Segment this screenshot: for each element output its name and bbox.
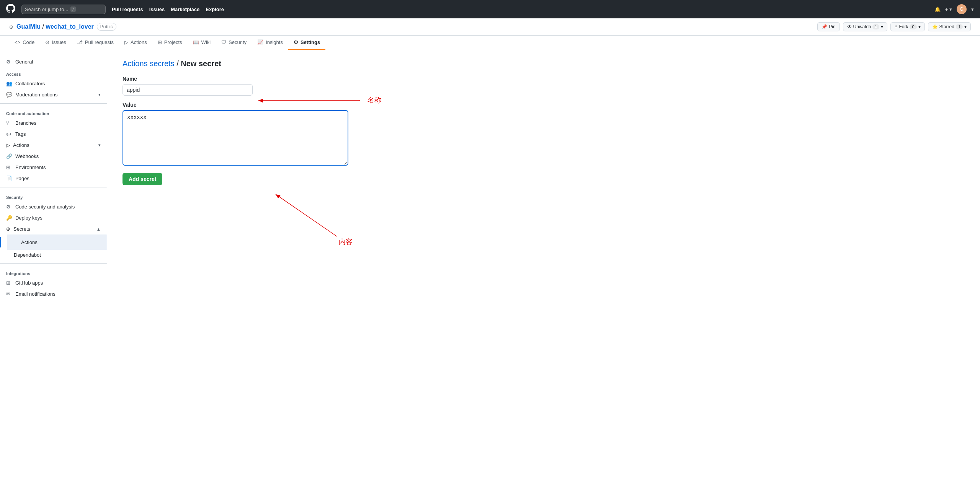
breadcrumb-link[interactable]: Actions secrets [122,59,175,68]
tab-wiki[interactable]: 📖 Wiki [188,36,216,50]
sidebar-code-security[interactable]: ⚙ Code security and analysis [0,201,107,212]
sidebar-moderation-options[interactable]: 💬 Moderation options ▾ [0,89,107,100]
code-security-icon: ⚙ [6,204,12,210]
value-label: Value [122,102,390,108]
secrets-actions-row: Actions [0,234,107,250]
tab-pull-requests[interactable]: ⎇ Pull requests [72,36,119,50]
actions-icon: ▷ [124,39,128,45]
sidebar-deploy-keys[interactable]: 🔑 Deploy keys [0,212,107,223]
tab-code[interactable]: <> Code [9,36,40,50]
sidebar-security-section: Security [0,190,107,201]
fork-chevron-icon[interactable]: ▾ [918,24,921,29]
svg-text:内容: 内容 [339,238,353,246]
page-layout: ⚙ General Access 👥 Collaborators 💬 Moder… [0,50,980,477]
repo-type-icon: ⊙ [9,24,13,30]
settings-icon: ⚙ [294,39,298,45]
sidebar-secrets-label: Secrets [13,226,30,232]
value-form-group: Value xxxxxx [122,102,390,167]
sidebar-webhooks-label: Webhooks [15,153,39,159]
value-textarea[interactable]: xxxxxx [122,110,348,166]
sidebar-tags[interactable]: 🏷 Tags [0,129,107,140]
nav-pull-requests-link[interactable]: Pull requests [112,7,143,12]
secrets-icon: ⊕ [6,226,10,232]
code-icon: <> [15,39,20,45]
tab-actions-label: Actions [131,39,147,45]
breadcrumb-separator: / [176,59,181,68]
tab-settings[interactable]: ⚙ Settings [288,36,325,50]
pin-label: Pin [829,24,835,29]
sidebar-pages[interactable]: 📄 Pages [0,173,107,184]
notification-icon[interactable]: 🔔 [934,7,941,12]
repo-name-link[interactable]: wechat_to_lover [46,23,93,30]
sidebar-deploy-keys-label: Deploy keys [15,215,42,221]
tab-code-label: Code [23,39,34,45]
tab-projects-label: Projects [164,39,182,45]
tab-pr-label: Pull requests [85,39,114,45]
sidebar-email-notifications[interactable]: ✉ Email notifications [0,288,107,300]
sidebar-secrets-actions[interactable]: Actions [7,234,107,250]
tab-insights[interactable]: 📈 Insights [252,36,288,50]
search-box[interactable]: Search or jump to... / [21,5,106,14]
sidebar-pages-label: Pages [15,176,29,181]
tab-insights-label: Insights [266,39,283,45]
repo-owner-link[interactable]: GuaiMiu [16,23,41,30]
star-button[interactable]: ⭐ Starred 1 ▾ [928,22,971,31]
svg-line-3 [276,194,337,236]
unwatch-count: 1 [872,24,879,29]
github-logo-icon[interactable] [6,4,15,15]
name-input[interactable] [122,84,253,96]
pr-icon: ⎇ [77,39,83,45]
sidebar-collaborators-label: Collaborators [15,81,45,86]
tab-settings-label: Settings [301,39,320,45]
sidebar-secrets-group[interactable]: ⊕ Secrets ▲ [0,223,107,234]
sidebar-branches[interactable]: ⑂ Branches [0,117,107,129]
pin-icon: 📌 [822,24,827,29]
star-chevron-icon[interactable]: ▾ [964,24,967,29]
annotation-area: Name Value xxxxxx Add secret [122,76,390,185]
unwatch-button[interactable]: 👁 Unwatch 1 ▾ [843,22,888,31]
sidebar-actions-group[interactable]: ▷ Actions ▾ [0,140,107,151]
sidebar-collaborators[interactable]: 👥 Collaborators [0,78,107,89]
name-label: Name [122,76,390,82]
sidebar-webhooks[interactable]: 🔗 Webhooks [0,151,107,162]
sidebar-moderation-label: Moderation options [15,92,58,98]
sidebar-secrets-dependabot[interactable]: Dependabot [0,250,107,260]
fork-button[interactable]: ⑂ Fork 0 ▾ [890,22,924,31]
email-icon: ✉ [6,291,12,297]
avatar-dropdown-icon[interactable]: ▾ [971,7,974,12]
repo-tabs: <> Code ⊙ Issues ⎇ Pull requests ▷ Actio… [0,36,980,50]
sidebar-general-label: General [15,59,33,65]
sidebar-github-apps[interactable]: ⊞ GitHub apps [0,277,107,288]
nav-marketplace-link[interactable]: Marketplace [171,7,199,12]
unwatch-chevron-icon[interactable]: ▾ [881,24,883,29]
tab-issues[interactable]: ⊙ Issues [40,36,72,50]
tab-projects[interactable]: ⊞ Projects [152,36,188,50]
projects-icon: ⊞ [158,39,162,45]
tab-security[interactable]: 🛡 Security [216,36,252,50]
search-text: Search or jump to... [25,7,68,12]
key-icon: 🔑 [6,215,12,221]
collaborators-icon: 👥 [6,81,12,86]
sidebar-tags-label: Tags [15,131,26,137]
pages-icon: 📄 [6,176,12,181]
sidebar-branches-label: Branches [15,120,36,126]
sidebar-environments[interactable]: ⊞ Environments [0,162,107,173]
branch-icon: ⑂ [6,120,12,126]
nav-issues-link[interactable]: Issues [149,7,165,12]
avatar[interactable]: G [957,4,967,14]
insights-icon: 📈 [257,39,263,45]
secrets-chevron-icon: ▲ [96,227,101,231]
top-nav-links: Code Pull requests Issues Marketplace Ex… [112,7,224,12]
wiki-icon: 📖 [193,39,199,45]
starred-count: 1 [956,24,963,29]
tab-actions[interactable]: ▷ Actions [119,36,152,50]
sidebar-general[interactable]: ⚙ General [0,56,107,67]
main-content: Actions secrets / New secret Name Value … [107,50,980,477]
add-secret-button[interactable]: Add secret [122,173,162,185]
repo-visibility-badge: Public [97,23,116,31]
nav-explore-link[interactable]: Explore [206,7,224,12]
repo-header-actions: 📌 Pin 👁 Unwatch 1 ▾ ⑂ Fork 0 ▾ ⭐ Starred… [817,22,971,31]
breadcrumb-current: New secret [181,59,221,68]
pin-button[interactable]: 📌 Pin [817,22,840,31]
plus-icon[interactable]: + ▾ [945,7,952,12]
